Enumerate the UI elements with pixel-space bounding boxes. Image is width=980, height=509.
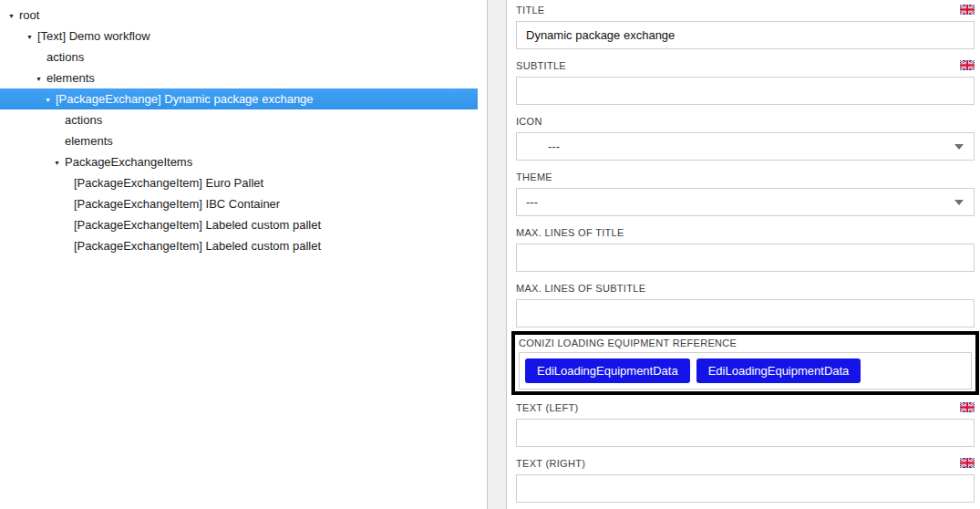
tree-item-euro-pallet[interactable]: [PackageExchangeItem] Euro Pallet — [0, 172, 478, 193]
workflow-tree-panel: ▼ root ▼ [Text] Demo workflow actions ▼ … — [0, 0, 487, 509]
uk-flag-icon[interactable] — [960, 402, 975, 412]
field-group-text-right: TEXT (RIGHT) — [516, 458, 975, 503]
edi-loading-equipment-button-1[interactable]: EdiLoadingEquipmentData — [525, 358, 690, 383]
uk-flag-icon[interactable] — [960, 458, 975, 468]
tree-item-label: [Text] Demo workflow — [37, 29, 150, 43]
tree-item-label: elements — [46, 71, 95, 85]
tree-item-label: actions — [46, 50, 84, 64]
max-lines-title-label: MAX. LINES OF TITLE — [516, 227, 624, 239]
text-right-label: TEXT (RIGHT) — [516, 458, 585, 470]
max-lines-title-input[interactable] — [516, 244, 975, 272]
theme-dropdown[interactable]: --- — [516, 188, 975, 216]
icon-dropdown[interactable]: --- — [516, 132, 975, 161]
tree-item-actions[interactable]: actions — [0, 47, 478, 68]
field-group-subtitle: SUBTITLE — [516, 60, 975, 105]
tree-item-label: [PackageExchange] Dynamic package exchan… — [56, 92, 314, 106]
tree-item-label: [PackageExchangeItem] IBC Container — [74, 197, 280, 211]
tree-item-label: root — [19, 8, 39, 22]
uk-flag-icon[interactable] — [960, 5, 975, 15]
workflow-designer: ▼ root ▼ [Text] Demo workflow actions ▼ … — [0, 0, 980, 509]
tree-item-label: [PackageExchangeItem] Euro Pallet — [74, 176, 263, 190]
chevron-down-icon[interactable]: ▼ — [8, 12, 19, 19]
uk-flag-icon[interactable] — [960, 60, 975, 70]
field-group-title: TITLE — [516, 5, 975, 49]
tree-item-root[interactable]: ▼ root — [0, 5, 478, 26]
tree-item-label: actions — [65, 113, 102, 127]
chevron-down-icon[interactable]: ▼ — [26, 33, 37, 40]
subtitle-input[interactable] — [516, 77, 975, 105]
text-left-label: TEXT (LEFT) — [516, 402, 579, 414]
tree-item-label: [PackageExchangeItem] Labeled custom pal… — [74, 218, 321, 232]
conizi-section-highlight: CONIZI LOADING EQUIPMENT REFERENCE EdiLo… — [511, 331, 979, 395]
tree-item-elements-2[interactable]: elements — [0, 130, 478, 151]
icon-label: ICON — [516, 116, 542, 128]
tree-item-package-exchange-items[interactable]: ▼ PackageExchangeItems — [0, 151, 478, 172]
field-group-theme: THEME --- — [516, 171, 975, 216]
field-group-icon: ICON --- — [516, 116, 975, 161]
tree-item-elements[interactable]: ▼ elements — [0, 68, 478, 88]
chevron-down-icon[interactable]: ▼ — [36, 75, 46, 82]
tree-item-labeled-custom-pallet-1[interactable]: [PackageExchangeItem] Labeled custom pal… — [0, 214, 478, 235]
conizi-label: CONIZI LOADING EQUIPMENT REFERENCE — [519, 338, 972, 349]
tree-item-labeled-custom-pallet-2[interactable]: [PackageExchangeItem] Labeled custom pal… — [0, 235, 478, 256]
panel-divider-scrollbar[interactable] — [487, 0, 507, 509]
chevron-down-icon — [954, 144, 964, 150]
max-lines-subtitle-input[interactable] — [516, 299, 975, 327]
title-input[interactable] — [516, 21, 975, 49]
tree-item-package-exchange[interactable]: ▼ [PackageExchange] Dynamic package exch… — [0, 88, 478, 109]
theme-dropdown-value: --- — [526, 195, 538, 209]
tree-item-label: elements — [65, 134, 113, 148]
field-group-max-lines-subtitle: MAX. LINES OF SUBTITLE — [516, 283, 975, 327]
tree-item-label: PackageExchangeItems — [65, 155, 192, 169]
conizi-reference-box: EdiLoadingEquipmentData EdiLoadingEquipm… — [519, 352, 972, 390]
properties-panel: TITLE SUBTITLE — [516, 0, 975, 509]
tree-item-ibc-container[interactable]: [PackageExchangeItem] IBC Container — [0, 193, 478, 214]
chevron-down-icon[interactable]: ▼ — [54, 159, 65, 166]
field-group-text-left: TEXT (LEFT) — [516, 402, 975, 447]
max-lines-subtitle-label: MAX. LINES OF SUBTITLE — [516, 283, 645, 295]
title-label: TITLE — [516, 5, 544, 16]
field-group-max-lines-title: MAX. LINES OF TITLE — [516, 227, 975, 272]
tree-item-label: [PackageExchangeItem] Labeled custom pal… — [74, 239, 321, 253]
chevron-down-icon[interactable]: ▼ — [45, 96, 56, 103]
tree-item-text-demo-workflow[interactable]: ▼ [Text] Demo workflow — [0, 26, 478, 47]
chevron-down-icon — [954, 200, 964, 205]
icon-dropdown-value: --- — [548, 140, 560, 153]
text-right-input[interactable] — [516, 474, 975, 503]
theme-label: THEME — [516, 171, 552, 183]
edi-loading-equipment-button-2[interactable]: EdiLoadingEquipmentData — [696, 358, 861, 383]
tree-item-actions-2[interactable]: actions — [0, 109, 478, 130]
subtitle-label: SUBTITLE — [516, 60, 566, 72]
text-left-input[interactable] — [516, 419, 975, 447]
